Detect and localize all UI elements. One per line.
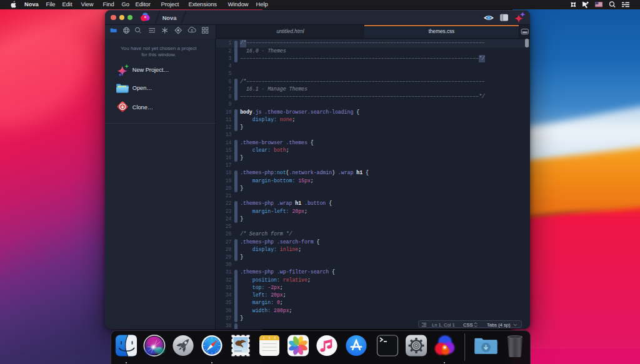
svg-text:Nova: Nova (162, 14, 177, 21)
svg-text:Ln 1, Col 1: Ln 1, Col 1 (432, 322, 455, 327)
svg-text:Tabs (4 sp): Tabs (4 sp) (487, 322, 511, 327)
svg-text:CSS: CSS (463, 322, 473, 327)
